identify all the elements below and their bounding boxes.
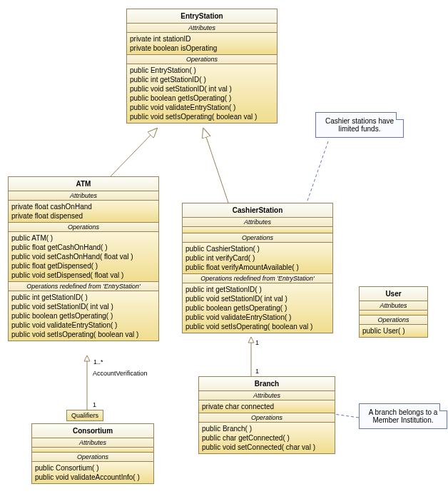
class-branch[interactable]: Branch Attributes private char connected…	[198, 376, 335, 454]
class-title: Consortium	[32, 424, 153, 438]
note-anchor	[307, 141, 328, 203]
redefined-body: public int getStationID( ) public void s…	[183, 283, 332, 333]
class-title: ATM	[9, 177, 158, 191]
multiplicity: 1	[93, 401, 96, 408]
nav-diamond	[248, 337, 254, 343]
attributes-header: Attributes	[32, 438, 153, 448]
attributes-body	[32, 448, 153, 453]
multiplicity: 1	[255, 339, 259, 346]
note-anchor	[334, 414, 359, 418]
class-title: User	[360, 287, 427, 301]
class-title: CashierStation	[183, 203, 332, 218]
operations-body: public User( )	[360, 325, 427, 337]
operations-body: public CashierStation( ) public int veri…	[183, 243, 332, 274]
operations-body: public ATM( ) public float getCashOnHand…	[9, 232, 158, 282]
operations-header: Operations	[199, 413, 335, 423]
attributes-body: private float cashOnHand private float d…	[9, 201, 158, 223]
assoc-name: AccountVerification	[93, 370, 148, 377]
class-user[interactable]: User Attributes Operations public User( …	[359, 286, 428, 338]
nav-diamond	[84, 356, 90, 361]
class-atm[interactable]: ATM Attributes private float cashOnHand …	[8, 176, 159, 341]
redefined-header: Operations redefined from 'EntryStation'	[9, 282, 158, 291]
operations-header: Operations	[127, 55, 277, 64]
attributes-body: private char connected	[199, 400, 335, 413]
class-consortium[interactable]: Consortium Attributes Operations public …	[31, 423, 154, 484]
attributes-body	[360, 311, 427, 316]
class-title: EntryStation	[127, 9, 277, 24]
operations-header: Operations	[360, 316, 427, 325]
qualifier-box: Qualifiers	[66, 410, 103, 421]
multiplicity: 1	[255, 368, 259, 375]
note-cashier-funds: Cashier stations have limited funds.	[315, 112, 404, 138]
attributes-header: Attributes	[9, 191, 158, 201]
redefined-header: Operations redefined from 'EntryStation'	[183, 274, 332, 283]
attributes-body: private int stationID private boolean is…	[127, 33, 277, 55]
operations-header: Operations	[32, 453, 153, 462]
generalization-arrow	[111, 128, 157, 176]
attributes-body	[183, 227, 332, 233]
class-title: Branch	[199, 377, 335, 391]
attributes-header: Attributes	[183, 218, 332, 227]
class-cashierstation[interactable]: CashierStation Attributes Operations pub…	[182, 203, 333, 333]
attributes-header: Attributes	[127, 24, 277, 33]
redefined-body: public int getStationID( ) public void s…	[9, 291, 158, 341]
generalization-arrow	[203, 128, 228, 203]
operations-body: public Consortium( ) public void validat…	[32, 462, 153, 483]
note-branch-member: A branch belongs to a Member Institution…	[359, 403, 447, 429]
operations-header: Operations	[9, 223, 158, 232]
class-entrystation[interactable]: EntryStation Attributes private int stat…	[126, 9, 278, 124]
operations-body: public Branch( ) public char getConnecte…	[199, 423, 335, 453]
operations-header: Operations	[183, 233, 332, 243]
attributes-header: Attributes	[360, 301, 427, 311]
operations-body: public EntryStation( ) public int getSta…	[127, 64, 277, 123]
attributes-header: Attributes	[199, 391, 335, 400]
multiplicity: 1..*	[93, 358, 103, 366]
